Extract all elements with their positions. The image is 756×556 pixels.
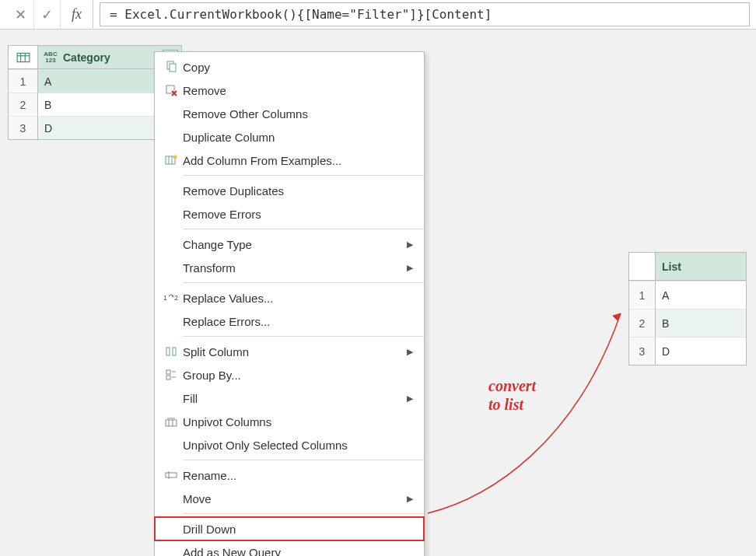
annotation-text: convert to list — [488, 376, 536, 414]
menu-transform[interactable]: Transform ▶ — [155, 256, 424, 279]
menu-split-column[interactable]: Split Column ▶ — [155, 340, 424, 363]
column-header-label: Category — [63, 51, 110, 64]
submenu-arrow-icon: ▶ — [407, 494, 413, 504]
row-number[interactable]: 2 — [9, 93, 38, 116]
menu-remove-other-columns[interactable]: Remove Other Columns — [155, 102, 424, 125]
formula-bar: ✕ ✓ fx = Excel.CurrentWorkbook(){[Name="… — [0, 0, 756, 30]
menu-separator — [183, 229, 424, 229]
column-context-menu: Copy Remove Remove Other Columns Duplica… — [154, 51, 425, 556]
menu-remove-duplicates[interactable]: Remove Duplicates — [155, 179, 424, 202]
unpivot-icon — [159, 415, 183, 428]
submenu-arrow-icon: ▶ — [407, 393, 413, 404]
menu-remove-errors[interactable]: Remove Errors — [155, 202, 424, 226]
svg-rect-0 — [17, 53, 30, 61]
menu-remove[interactable]: Remove — [155, 79, 424, 102]
menu-separator — [183, 460, 424, 460]
menu-drill-down[interactable]: Drill Down — [155, 517, 424, 540]
menu-separator — [183, 175, 424, 176]
menu-add-column-from-examples[interactable]: Add Column From Examples... — [155, 149, 424, 172]
menu-rename[interactable]: Rename... — [155, 463, 424, 487]
svg-rect-13 — [166, 348, 170, 355]
row-number[interactable]: 3 — [9, 116, 38, 139]
svg-rect-17 — [166, 420, 177, 426]
row-number[interactable]: 3 — [629, 337, 656, 365]
svg-text:2: 2 — [174, 294, 178, 302]
row-number[interactable]: 1 — [629, 281, 656, 309]
row-number[interactable]: 2 — [629, 309, 656, 337]
menu-duplicate-column[interactable]: Duplicate Column — [155, 125, 424, 149]
submenu-arrow-icon: ▶ — [407, 263, 413, 273]
menu-group-by[interactable]: Group By... — [155, 363, 424, 386]
menu-unpivot-selected[interactable]: Unpivot Only Selected Columns — [155, 433, 424, 456]
list-header[interactable]: List — [656, 253, 746, 281]
remove-icon — [159, 84, 183, 96]
svg-rect-5 — [170, 64, 176, 72]
rename-icon — [159, 469, 183, 481]
svg-rect-16 — [166, 376, 170, 379]
svg-rect-20 — [166, 473, 177, 477]
cancel-button[interactable]: ✕ — [8, 0, 34, 29]
menu-copy[interactable]: Copy — [155, 55, 424, 79]
fx-label[interactable]: fx — [61, 0, 93, 29]
list-cell[interactable]: A — [656, 281, 746, 309]
menu-fill[interactable]: Fill ▶ — [155, 386, 424, 410]
list-cell[interactable]: D — [656, 337, 746, 365]
menu-move[interactable]: Move ▶ — [155, 487, 424, 510]
menu-add-as-new-query[interactable]: Add as New Query — [155, 540, 424, 556]
formula-input[interactable]: = Excel.CurrentWorkbook(){[Name="Filter"… — [100, 2, 750, 26]
copy-icon — [159, 61, 183, 73]
svg-point-10 — [173, 156, 177, 159]
svg-rect-15 — [166, 370, 170, 374]
menu-separator — [183, 282, 424, 283]
replace-icon: 12 — [159, 292, 183, 303]
svg-text:1: 1 — [163, 294, 167, 302]
submenu-arrow-icon: ▶ — [407, 347, 413, 357]
list-cell[interactable]: B — [656, 309, 746, 337]
menu-replace-errors[interactable]: Replace Errors... — [155, 309, 424, 333]
group-icon — [159, 369, 183, 381]
column-type-icon: ABC 123 — [43, 51, 58, 65]
submenu-arrow-icon: ▶ — [407, 240, 413, 250]
row-number[interactable]: 1 — [9, 69, 38, 93]
split-icon — [159, 345, 183, 358]
select-all-corner[interactable] — [9, 46, 38, 69]
menu-change-type[interactable]: Change Type ▶ — [155, 233, 424, 256]
result-list-table: List 1 A 2 B 3 D — [628, 252, 747, 365]
examples-icon — [159, 154, 183, 166]
menu-separator — [183, 513, 424, 514]
menu-replace-values[interactable]: 12 Replace Values... — [155, 286, 424, 309]
accept-button[interactable]: ✓ — [34, 0, 61, 29]
menu-separator — [183, 336, 424, 337]
select-all-corner[interactable] — [629, 253, 656, 281]
svg-rect-14 — [173, 348, 176, 355]
menu-unpivot-columns[interactable]: Unpivot Columns — [155, 410, 424, 433]
